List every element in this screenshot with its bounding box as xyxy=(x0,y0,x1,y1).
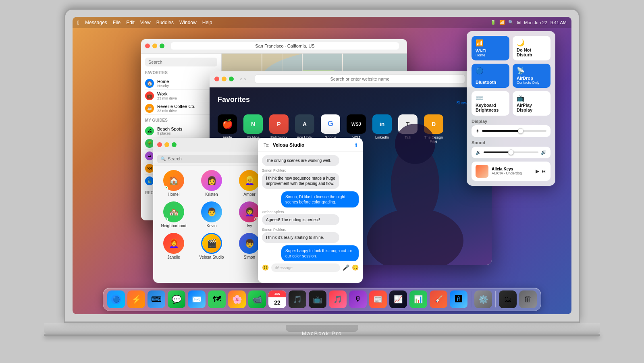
maps-home[interactable]: 🏠 Home Nearby xyxy=(145,77,217,90)
minimize-button[interactable] xyxy=(152,44,157,48)
dock-mail[interactable]: ✉️ xyxy=(188,290,206,308)
cc-airdrop-tile[interactable]: 📡 AirDrop Contacts Only xyxy=(513,64,551,88)
search-placeholder[interactable]: Search xyxy=(168,156,182,161)
maps-work[interactable]: 💼 Work 23 min drive xyxy=(145,90,217,102)
contact-name-neighborhood: Neighborhood xyxy=(161,224,187,228)
close-button[interactable] xyxy=(145,44,150,48)
dock-separator-2 xyxy=(495,291,496,307)
menu-messages[interactable]: Messages xyxy=(85,20,107,25)
recipient-name: Velosa Studio xyxy=(273,142,305,148)
messages-window[interactable]: ✏ 🔍 Search 🏠 xyxy=(153,138,270,283)
safari-address-bar[interactable]: Search or enter website name xyxy=(255,75,465,83)
fav-apple-icon: 🍎 xyxy=(218,114,237,134)
search-menubar-icon[interactable]: 🔍 xyxy=(508,20,514,25)
brightness-icon: ☀ xyxy=(476,129,480,134)
avatar-amber: 👱‍♀️ xyxy=(239,170,260,191)
contact-home[interactable]: 🏠 Home! xyxy=(157,170,190,197)
wifi-icon[interactable]: 📶 xyxy=(499,20,505,25)
fullscreen-button[interactable] xyxy=(160,44,164,48)
control-center-icon[interactable]: ⊞ xyxy=(517,20,521,25)
cc-top-row: 📶 Wi-Fi Home 🌙 Do Not Disturb xyxy=(472,36,551,60)
music-artwork xyxy=(476,165,488,178)
maps-coffee[interactable]: ☕ Reveille Coffee Co. 22 min drive xyxy=(145,102,217,115)
dock-notes[interactable]: 🗂 xyxy=(499,290,517,308)
msg-bubble-2: I think the new sequence made a huge imp… xyxy=(262,173,339,189)
menu-buddies[interactable]: Buddies xyxy=(156,20,174,25)
imessage-text-input[interactable]: iMessage xyxy=(271,263,340,272)
menu-help[interactable]: Help xyxy=(202,20,212,25)
cc-keyboard-tile[interactable]: ⌨️ Keyboard Brightness xyxy=(472,91,509,116)
dock-appstore[interactable]: 🅰 xyxy=(450,290,467,308)
avatar-kevin: 👨 xyxy=(201,201,222,222)
menu-window[interactable]: Window xyxy=(179,20,197,25)
dock-stocks[interactable]: 📈 xyxy=(389,290,407,308)
dock-music[interactable]: 🎵 xyxy=(329,290,347,308)
menu-view[interactable]: View xyxy=(140,20,151,25)
safari-minimize[interactable] xyxy=(222,77,226,81)
msg-close[interactable] xyxy=(157,142,162,147)
cc-music[interactable]: Alicia Keys ALICIA · Underdog ▶ ⏭ xyxy=(472,162,551,181)
desktop:  Messages File Edit View Buddies Window… xyxy=(73,17,571,314)
wifi-tile-icon: 📶 xyxy=(476,39,505,47)
dock-numbers[interactable]: 📊 xyxy=(409,290,427,308)
dock-launchpad[interactable]: ⚡ xyxy=(127,290,145,308)
safari-back[interactable]: ‹ xyxy=(240,76,242,82)
maps-beach[interactable]: 🏖 Beach Spots 9 places xyxy=(145,125,217,137)
dock-trash[interactable]: 🗑 xyxy=(519,290,537,308)
avatar-ivy: 👩‍🦱 ❤ xyxy=(239,201,260,222)
airdrop-title: AirDrop xyxy=(517,76,546,81)
sound-slider[interactable] xyxy=(484,151,538,153)
messages-titlebar: ✏ xyxy=(153,138,270,152)
dock-calendar[interactable]: JUN 22 xyxy=(268,290,286,308)
bluetooth-title: Bluetooth xyxy=(476,80,505,85)
cc-airplay-tile[interactable]: 📺 AirPlay Display xyxy=(513,91,551,116)
contact-kristen[interactable]: 👩 Kristen xyxy=(195,170,228,197)
message-4-group: Amber Splers Agreed! The ending is perfe… xyxy=(262,210,359,225)
macbook-lid:  Messages File Edit View Buddies Window… xyxy=(64,8,580,323)
bluetooth-icon: 🔵 xyxy=(476,67,505,75)
forward-button[interactable]: ⏭ xyxy=(542,168,546,174)
contact-kevin[interactable]: 👨 Kevin xyxy=(195,201,228,228)
dock-messages[interactable]: 💬 xyxy=(168,290,185,308)
menu-edit[interactable]: Edit xyxy=(126,20,135,25)
msg-fullscreen[interactable] xyxy=(172,142,177,147)
display-slider[interactable] xyxy=(482,130,546,132)
imessage-window[interactable]: To: Velosa Studio ℹ The driving scenes a… xyxy=(258,138,363,283)
contact-velosa[interactable]: 🎬 Velosa Studio xyxy=(195,233,228,259)
dock-appletv[interactable]: 📺 xyxy=(309,290,326,308)
dock-maps[interactable]: 🗺 xyxy=(208,290,226,308)
dock-garageband[interactable]: 🎸 xyxy=(430,290,447,308)
online-indicator-2 xyxy=(164,218,168,222)
airdrop-icon: 📡 xyxy=(517,67,546,75)
dock-finder[interactable]: 🔵 xyxy=(107,290,125,308)
cc-dnd-tile[interactable]: 🌙 Do Not Disturb xyxy=(513,36,551,60)
control-center: 📶 Wi-Fi Home 🌙 Do Not Disturb xyxy=(467,31,555,186)
safari-close[interactable] xyxy=(214,77,219,81)
cc-mid-row: 🔵 Bluetooth 📡 AirDrop Contacts Only xyxy=(472,64,551,88)
emoji-button[interactable]: 🙂 xyxy=(262,264,269,271)
contact-janelle[interactable]: 👩‍🦰 Janelle xyxy=(157,233,190,259)
safari-titlebar: ‹ › Search or enter website name ⬆ + xyxy=(210,71,492,87)
music-controls[interactable]: ▶ ⏭ xyxy=(536,168,546,174)
dock-podcasts[interactable]: 🎙 xyxy=(349,290,367,308)
dock-music-app[interactable]: 🎵 xyxy=(289,290,306,308)
menubar:  Messages File Edit View Buddies Window… xyxy=(73,17,571,28)
contact-neighborhood[interactable]: 🏘️ Neighborhood xyxy=(157,201,190,228)
play-button[interactable]: ▶ xyxy=(536,168,539,174)
maps-search-bar[interactable]: Search xyxy=(145,58,217,66)
audio-button[interactable]: 🎤 xyxy=(343,264,349,271)
dock-photos[interactable]: 🌸 xyxy=(228,290,246,308)
dock-sysprefs[interactable]: ⚙️ xyxy=(474,290,492,308)
dock-facetime[interactable]: 📹 xyxy=(248,290,266,308)
cc-wifi-tile[interactable]: 📶 Wi-Fi Home xyxy=(472,36,509,60)
apple-menu[interactable]:  xyxy=(77,19,79,26)
dock-xcode[interactable]: ⌨ xyxy=(147,290,165,308)
menu-file[interactable]: File xyxy=(113,20,120,25)
dock-news[interactable]: 📰 xyxy=(369,290,387,308)
emoji-send-button[interactable]: 😊 xyxy=(352,264,359,271)
safari-fullscreen[interactable] xyxy=(229,77,234,81)
msg-minimize[interactable] xyxy=(164,142,169,147)
info-icon[interactable]: ℹ xyxy=(355,142,357,148)
cc-bluetooth-tile[interactable]: 🔵 Bluetooth xyxy=(472,64,509,88)
safari-forward[interactable]: › xyxy=(244,76,246,82)
